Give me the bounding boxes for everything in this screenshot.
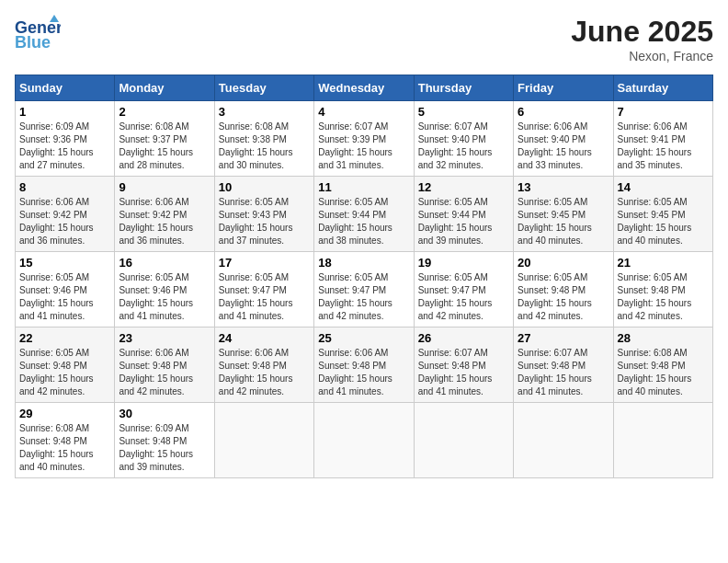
calendar-cell: 28 Sunrise: 6:08 AMSunset: 9:48 PMDaylig…: [613, 327, 712, 403]
calendar-cell: [214, 403, 313, 478]
day-number: 10: [219, 180, 310, 194]
calendar-cell: 8 Sunrise: 6:06 AMSunset: 9:42 PMDayligh…: [16, 177, 115, 252]
day-info: Sunrise: 6:05 AMSunset: 9:48 PMDaylight:…: [518, 272, 592, 321]
day-info: Sunrise: 6:09 AMSunset: 9:48 PMDaylight:…: [119, 423, 193, 472]
day-info: Sunrise: 6:09 AMSunset: 9:36 PMDaylight:…: [19, 121, 94, 170]
calendar-cell: 24 Sunrise: 6:06 AMSunset: 9:48 PMDaylig…: [214, 327, 313, 403]
calendar-cell: 11 Sunrise: 6:05 AMSunset: 9:44 PMDaylig…: [314, 177, 414, 252]
day-info: Sunrise: 6:05 AMSunset: 9:44 PMDaylight:…: [318, 197, 392, 246]
day-info: Sunrise: 6:05 AMSunset: 9:45 PMDaylight:…: [518, 197, 592, 246]
calendar-cell: 1 Sunrise: 6:09 AMSunset: 9:36 PMDayligh…: [16, 101, 115, 177]
calendar-week-row: 1 Sunrise: 6:09 AMSunset: 9:36 PMDayligh…: [16, 101, 713, 177]
day-info: Sunrise: 6:06 AMSunset: 9:48 PMDaylight:…: [119, 348, 193, 396]
calendar-week-row: 15 Sunrise: 6:05 AMSunset: 9:46 PMDaylig…: [16, 252, 713, 327]
calendar-week-row: 22 Sunrise: 6:05 AMSunset: 9:48 PMDaylig…: [16, 327, 713, 403]
day-number: 7: [618, 105, 709, 119]
day-number: 4: [318, 105, 409, 119]
calendar-cell: 15 Sunrise: 6:05 AMSunset: 9:46 PMDaylig…: [16, 252, 115, 327]
svg-text:Blue: Blue: [15, 33, 51, 52]
day-info: Sunrise: 6:05 AMSunset: 9:48 PMDaylight:…: [618, 272, 692, 321]
day-info: Sunrise: 6:06 AMSunset: 9:40 PMDaylight:…: [518, 121, 592, 170]
calendar-cell: 20 Sunrise: 6:05 AMSunset: 9:48 PMDaylig…: [514, 252, 613, 327]
calendar-week-row: 29 Sunrise: 6:08 AMSunset: 9:48 PMDaylig…: [16, 403, 713, 478]
day-number: 17: [219, 256, 310, 270]
day-info: Sunrise: 6:08 AMSunset: 9:48 PMDaylight:…: [618, 348, 692, 396]
col-sunday: Sunday: [16, 75, 115, 101]
day-number: 8: [19, 180, 110, 194]
col-monday: Monday: [115, 75, 214, 101]
calendar-week-row: 8 Sunrise: 6:06 AMSunset: 9:42 PMDayligh…: [16, 177, 713, 252]
calendar-cell: 14 Sunrise: 6:05 AMSunset: 9:45 PMDaylig…: [613, 177, 712, 252]
day-info: Sunrise: 6:08 AMSunset: 9:48 PMDaylight:…: [19, 423, 94, 472]
day-number: 11: [318, 180, 409, 194]
calendar-cell: 18 Sunrise: 6:05 AMSunset: 9:47 PMDaylig…: [314, 252, 414, 327]
day-info: Sunrise: 6:05 AMSunset: 9:48 PMDaylight:…: [19, 348, 94, 396]
day-number: 13: [518, 180, 609, 194]
day-info: Sunrise: 6:06 AMSunset: 9:48 PMDaylight:…: [318, 348, 392, 396]
calendar-cell: [613, 403, 712, 478]
day-number: 1: [19, 105, 110, 119]
calendar-cell: 30 Sunrise: 6:09 AMSunset: 9:48 PMDaylig…: [115, 403, 214, 478]
calendar-table: Sunday Monday Tuesday Wednesday Thursday…: [15, 75, 713, 478]
day-info: Sunrise: 6:07 AMSunset: 9:40 PMDaylight:…: [418, 121, 493, 170]
day-info: Sunrise: 6:06 AMSunset: 9:42 PMDaylight:…: [119, 197, 193, 246]
day-info: Sunrise: 6:05 AMSunset: 9:44 PMDaylight:…: [418, 197, 493, 246]
calendar-cell: 4 Sunrise: 6:07 AMSunset: 9:39 PMDayligh…: [314, 101, 414, 177]
day-number: 21: [618, 256, 709, 270]
calendar-cell: [314, 403, 414, 478]
calendar-cell: 16 Sunrise: 6:05 AMSunset: 9:46 PMDaylig…: [115, 252, 214, 327]
day-info: Sunrise: 6:07 AMSunset: 9:39 PMDaylight:…: [318, 121, 392, 170]
calendar-cell: 5 Sunrise: 6:07 AMSunset: 9:40 PMDayligh…: [414, 101, 513, 177]
calendar-cell: 6 Sunrise: 6:06 AMSunset: 9:40 PMDayligh…: [514, 101, 613, 177]
calendar-cell: 9 Sunrise: 6:06 AMSunset: 9:42 PMDayligh…: [115, 177, 214, 252]
day-number: 27: [518, 331, 609, 345]
calendar-cell: 23 Sunrise: 6:06 AMSunset: 9:48 PMDaylig…: [115, 327, 214, 403]
calendar-cell: 25 Sunrise: 6:06 AMSunset: 9:48 PMDaylig…: [314, 327, 414, 403]
day-number: 23: [119, 331, 210, 345]
day-number: 22: [19, 331, 110, 345]
day-number: 2: [119, 105, 210, 119]
day-number: 24: [219, 331, 310, 345]
day-info: Sunrise: 6:06 AMSunset: 9:42 PMDaylight:…: [19, 197, 94, 246]
calendar-cell: 3 Sunrise: 6:08 AMSunset: 9:38 PMDayligh…: [214, 101, 313, 177]
calendar-cell: 12 Sunrise: 6:05 AMSunset: 9:44 PMDaylig…: [414, 177, 513, 252]
day-number: 14: [618, 180, 709, 194]
col-friday: Friday: [514, 75, 613, 101]
day-number: 12: [418, 180, 509, 194]
day-number: 29: [19, 407, 110, 420]
day-info: Sunrise: 6:07 AMSunset: 9:48 PMDaylight:…: [418, 348, 493, 396]
day-info: Sunrise: 6:05 AMSunset: 9:47 PMDaylight:…: [318, 272, 392, 321]
page-header: General Blue June 2025 Nexon, France: [15, 15, 713, 63]
day-info: Sunrise: 6:05 AMSunset: 9:46 PMDaylight:…: [119, 272, 193, 321]
calendar-cell: 10 Sunrise: 6:05 AMSunset: 9:43 PMDaylig…: [214, 177, 313, 252]
day-info: Sunrise: 6:06 AMSunset: 9:41 PMDaylight:…: [618, 121, 692, 170]
col-saturday: Saturday: [613, 75, 712, 101]
calendar-cell: 27 Sunrise: 6:07 AMSunset: 9:48 PMDaylig…: [514, 327, 613, 403]
calendar-cell: [414, 403, 513, 478]
calendar-cell: 29 Sunrise: 6:08 AMSunset: 9:48 PMDaylig…: [16, 403, 115, 478]
day-number: 25: [318, 331, 409, 345]
day-number: 19: [418, 256, 509, 270]
day-info: Sunrise: 6:06 AMSunset: 9:48 PMDaylight:…: [219, 348, 293, 396]
day-number: 9: [119, 180, 210, 194]
logo: General Blue: [15, 15, 61, 56]
calendar-header-row: Sunday Monday Tuesday Wednesday Thursday…: [16, 75, 713, 101]
day-info: Sunrise: 6:08 AMSunset: 9:37 PMDaylight:…: [119, 121, 193, 170]
day-number: 26: [418, 331, 509, 345]
title-block: June 2025 Nexon, France: [571, 15, 713, 63]
location-subtitle: Nexon, France: [571, 49, 713, 63]
calendar-cell: 21 Sunrise: 6:05 AMSunset: 9:48 PMDaylig…: [613, 252, 712, 327]
calendar-cell: 2 Sunrise: 6:08 AMSunset: 9:37 PMDayligh…: [115, 101, 214, 177]
logo-icon: General Blue: [15, 15, 61, 56]
day-number: 6: [518, 105, 609, 119]
day-number: 18: [318, 256, 409, 270]
day-number: 16: [119, 256, 210, 270]
calendar-cell: [514, 403, 613, 478]
day-info: Sunrise: 6:07 AMSunset: 9:48 PMDaylight:…: [518, 348, 592, 396]
calendar-cell: 7 Sunrise: 6:06 AMSunset: 9:41 PMDayligh…: [613, 101, 712, 177]
calendar-cell: 17 Sunrise: 6:05 AMSunset: 9:47 PMDaylig…: [214, 252, 313, 327]
month-year-title: June 2025: [571, 15, 713, 49]
day-number: 15: [19, 256, 110, 270]
day-info: Sunrise: 6:05 AMSunset: 9:46 PMDaylight:…: [19, 272, 94, 321]
day-number: 3: [219, 105, 310, 119]
